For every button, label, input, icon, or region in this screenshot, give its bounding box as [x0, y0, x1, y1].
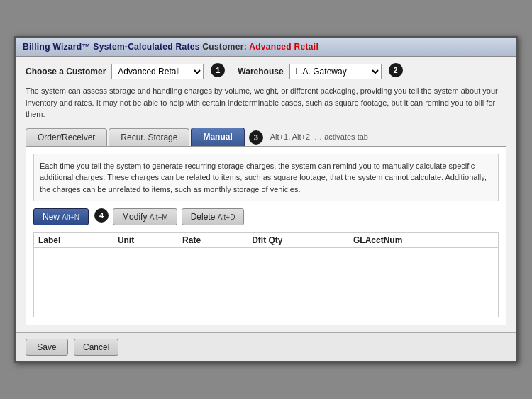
callout-2: 2	[389, 63, 403, 77]
description-text: The system can assess storage and handli…	[26, 85, 506, 120]
callout-1: 1	[211, 63, 225, 77]
col-unit: Unit	[113, 233, 178, 248]
main-content: Choose a Customer Advanced Retail 1 Ware…	[16, 57, 516, 332]
col-rate: Rate	[178, 233, 248, 248]
warehouse-select[interactable]: L.A. Gateway	[289, 64, 382, 79]
choose-customer-label: Choose a Customer	[26, 67, 106, 77]
title-main: Billing Wizard™ System-Calculated Rates	[23, 42, 200, 52]
manual-charges-table: Label Unit Rate Dflt Qty GLAcctNum	[34, 233, 498, 305]
title-bar: Billing Wizard™ System-Calculated Rates …	[16, 38, 516, 57]
customer-name-title: Advanced Retail	[249, 42, 318, 52]
customer-warehouse-row: Choose a Customer Advanced Retail 1 Ware…	[26, 64, 506, 79]
data-table-container: Label Unit Rate Dflt Qty GLAcctNum	[33, 232, 499, 317]
save-button[interactable]: Save	[26, 339, 68, 356]
customer-select[interactable]: Advanced Retail	[111, 64, 204, 79]
col-label: Label	[34, 233, 113, 248]
tab-manual[interactable]: Manual	[191, 128, 244, 146]
tab-content-manual: Each time you tell the system to generat…	[26, 146, 506, 326]
col-glacctnum: GLAcctNum	[349, 233, 498, 248]
delete-button[interactable]: Delete Alt+D	[182, 208, 245, 225]
callout-3: 3	[249, 130, 263, 145]
tabs-container: Order/Receiver Recur. Storage Manual 3	[26, 128, 263, 146]
tab-hint: Alt+1, Alt+2, … activates tab	[270, 133, 368, 141]
customer-label: Customer:	[202, 42, 247, 52]
footer: Save Cancel	[16, 332, 516, 361]
modify-button[interactable]: Modify Alt+M	[113, 208, 177, 225]
tab-order-receiver[interactable]: Order/Receiver	[26, 128, 107, 146]
empty-row	[34, 248, 498, 305]
new-button[interactable]: New Alt+N	[33, 208, 89, 225]
col-dflt-qty: Dflt Qty	[248, 233, 349, 248]
manual-info-box: Each time you tell the system to generat…	[33, 154, 499, 202]
manual-button-row: New Alt+N 4 Modify Alt+M Delete Alt+D	[33, 208, 499, 225]
warehouse-label: Warehouse	[238, 67, 283, 77]
main-window: Billing Wizard™ System-Calculated Rates …	[14, 36, 518, 363]
cancel-button[interactable]: Cancel	[74, 339, 118, 356]
callout-4: 4	[94, 208, 109, 223]
tab-recur-storage[interactable]: Recur. Storage	[109, 128, 189, 146]
